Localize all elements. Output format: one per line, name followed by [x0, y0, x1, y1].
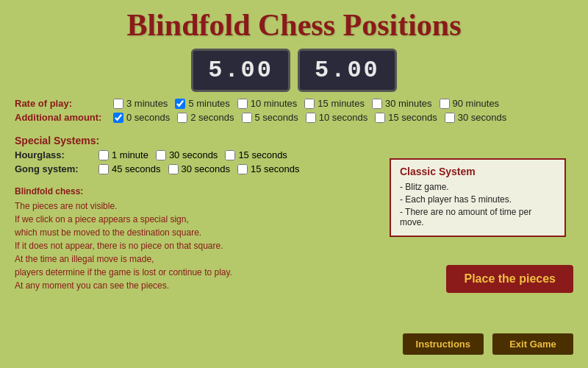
rate-10min: 10 minutes — [237, 98, 298, 109]
rate-of-play-label: Rate of play: — [15, 98, 110, 109]
clock-left: 5.00 — [191, 49, 290, 92]
add-5sec: 5 seconds — [242, 112, 298, 123]
classic-system-title: Classic System — [400, 166, 556, 177]
rate-5min: 5 minutes — [175, 98, 229, 109]
add-5sec-label: 5 seconds — [255, 112, 298, 123]
add-5sec-checkbox[interactable] — [242, 113, 252, 123]
clock-left-value: 5.00 — [208, 57, 273, 84]
add-0sec-label: 0 seconds — [126, 112, 170, 123]
add-15sec-checkbox[interactable] — [375, 113, 385, 123]
rate-15min-checkbox[interactable] — [304, 99, 315, 109]
hourglass-15sec: 15 seconds — [225, 149, 287, 160]
hourglass-1min-checkbox[interactable] — [98, 150, 109, 160]
rate-3min-label: 3 minutes — [126, 98, 168, 109]
add-2sec-checkbox[interactable] — [177, 113, 187, 123]
rate-30min-checkbox[interactable] — [372, 99, 382, 109]
rate-10min-label: 10 minutes — [251, 98, 298, 109]
hourglass-label: Hourglass: — [15, 149, 96, 160]
gong-45sec-label: 45 seconds — [112, 163, 161, 174]
hourglass-30sec: 30 seconds — [156, 149, 218, 160]
add-30sec: 30 seconds — [445, 112, 507, 123]
rate-5min-checkbox[interactable] — [175, 99, 185, 109]
classic-item-2: - Each player has 5 minutes. — [400, 194, 556, 205]
rate-3min: 3 minutes — [113, 98, 168, 109]
gong-30sec-label: 30 seconds — [182, 163, 231, 174]
add-10sec-label: 10 seconds — [319, 112, 368, 123]
bottom-buttons: Instructions Exit Game — [403, 333, 573, 355]
add-2sec: 2 seconds — [177, 112, 234, 123]
gong-label: Gong system: — [15, 163, 96, 174]
gong-45sec: 45 seconds — [98, 163, 161, 174]
hourglass-15sec-checkbox[interactable] — [225, 150, 235, 160]
rate-3min-checkbox[interactable] — [113, 99, 123, 109]
classic-item-3: - There are no amount of time per move. — [400, 207, 556, 227]
clock-container: 5.00 5.00 — [0, 49, 588, 92]
rate-90min-checkbox[interactable] — [440, 99, 450, 109]
add-10sec: 10 seconds — [306, 112, 368, 123]
clock-right: 5.00 — [298, 49, 397, 92]
classic-item-1: - Blitz game. — [400, 182, 556, 192]
add-15sec: 15 seconds — [375, 112, 437, 123]
special-systems-title: Special Systems: — [15, 135, 573, 146]
rate-5min-label: 5 minutes — [188, 98, 229, 109]
gong-30sec-checkbox[interactable] — [168, 164, 179, 174]
classic-system-box: Classic System - Blitz game. - Each play… — [390, 158, 566, 237]
rate-90min: 90 minutes — [440, 98, 500, 109]
place-pieces-container: Place the pieces — [446, 265, 573, 293]
rate-90min-label: 90 minutes — [453, 98, 500, 109]
rate-30min: 30 minutes — [372, 98, 432, 109]
gong-30sec: 30 seconds — [168, 163, 231, 174]
hourglass-30sec-checkbox[interactable] — [156, 150, 166, 160]
blindfold-line-5: At the time an illegal move is made, — [15, 252, 573, 266]
rate-30min-label: 30 minutes — [385, 98, 432, 109]
add-30sec-checkbox[interactable] — [445, 113, 455, 123]
rate-15min-label: 15 minutes — [318, 98, 365, 109]
add-30sec-label: 30 seconds — [458, 112, 507, 123]
rate-10min-checkbox[interactable] — [237, 99, 248, 109]
rate-15min: 15 minutes — [304, 98, 365, 109]
additional-amount-row: Additional amount: 0 seconds 2 seconds 5… — [15, 112, 573, 123]
exit-game-button[interactable]: Exit Game — [492, 333, 573, 355]
add-2sec-label: 2 seconds — [190, 112, 234, 123]
hourglass-1min: 1 minute — [98, 149, 148, 160]
add-0sec: 0 seconds — [113, 112, 170, 123]
hourglass-30sec-label: 30 seconds — [169, 149, 218, 160]
gong-15sec-label: 15 seconds — [251, 163, 300, 174]
blindfold-line-4: If it does not appear, there is no piece… — [15, 239, 573, 252]
clock-right-value: 5.00 — [315, 57, 380, 84]
place-pieces-button[interactable]: Place the pieces — [446, 265, 573, 293]
page-title: Blindfold Chess Positions — [0, 0, 588, 43]
gong-45sec-checkbox[interactable] — [98, 164, 109, 174]
gong-15sec-checkbox[interactable] — [237, 164, 248, 174]
add-15sec-label: 15 seconds — [388, 112, 437, 123]
rate-of-play-row: Rate of play: 3 minutes 5 minutes 10 min… — [15, 98, 573, 109]
hourglass-15sec-label: 15 seconds — [238, 149, 287, 160]
additional-amount-label: Additional amount: — [15, 112, 110, 123]
controls-area: Rate of play: 3 minutes 5 minutes 10 min… — [0, 92, 588, 132]
gong-15sec: 15 seconds — [237, 163, 300, 174]
add-10sec-checkbox[interactable] — [306, 113, 316, 123]
add-0sec-checkbox[interactable] — [113, 113, 123, 123]
hourglass-1min-label: 1 minute — [112, 149, 148, 160]
instructions-button[interactable]: Instructions — [403, 333, 484, 355]
